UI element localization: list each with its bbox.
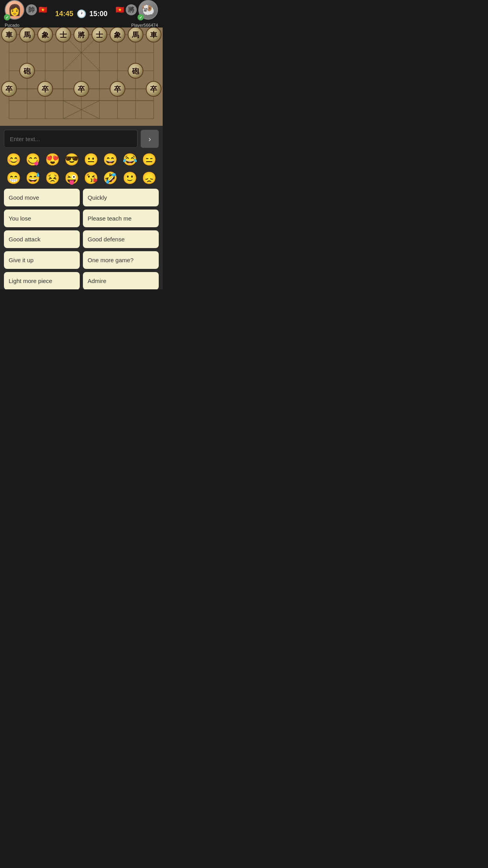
emoji-btn-4[interactable]: 😎 [64, 152, 80, 167]
timer-section: 14:45 🕐 15:00 [55, 9, 107, 18]
svg-text:將: 將 [77, 31, 85, 39]
emoji-btn-9[interactable]: 😁 [6, 170, 22, 186]
emoji-btn-11[interactable]: 😣 [44, 170, 61, 186]
phrase-good-move[interactable]: Good move [4, 189, 80, 206]
phrase-please-teach[interactable]: Please teach me [83, 210, 159, 227]
phrase-good-attack[interactable]: Good attack [4, 230, 80, 248]
emoji-btn-2[interactable]: 😋 [25, 152, 41, 167]
input-row: › [4, 130, 159, 148]
emoji-btn-13[interactable]: 😘 [83, 170, 99, 186]
chat-input[interactable] [4, 130, 138, 148]
svg-text:砲: 砲 [132, 67, 139, 75]
player-right-online-indicator: ✓ [138, 14, 144, 20]
svg-text:士: 士 [96, 31, 103, 39]
emoji-btn-12[interactable]: 😜 [64, 170, 80, 186]
game-header: 👩 ✓ 帥 🇻🇳 Pucado 14:45 🕐 15:00 🇻🇳 將 🐏 [0, 0, 163, 28]
clock-icon: 🕐 [77, 9, 86, 18]
svg-text:象: 象 [114, 31, 121, 39]
emoji-row-2: 😁 😅 😣 😜 😘 🤣 🙂 😞 [4, 170, 159, 186]
emoji-btn-3[interactable]: 😍 [44, 152, 61, 167]
svg-text:卒: 卒 [150, 85, 158, 93]
svg-text:卒: 卒 [114, 85, 121, 93]
chat-section: › 😊 😋 😍 😎 😐 😄 😂 😑 😁 😅 😣 😜 😘 🤣 🙂 😞 Good m… [0, 126, 163, 289]
emoji-btn-5[interactable]: 😐 [83, 152, 99, 167]
phrase-quickly[interactable]: Quickly [83, 189, 159, 206]
emoji-btn-10[interactable]: 😅 [25, 170, 41, 186]
timer-display: 14:45 🕐 15:00 [55, 9, 107, 18]
player-left-flag: 🇻🇳 [39, 6, 47, 14]
emoji-btn-14[interactable]: 🤣 [102, 170, 118, 186]
player-left-avatar: 👩 ✓ [5, 0, 24, 20]
phrase-you-lose[interactable]: You lose [4, 210, 80, 227]
emoji-btn-15[interactable]: 🙂 [122, 170, 138, 186]
player-left-online-indicator: ✓ [4, 14, 10, 20]
timer-right: 15:00 [90, 10, 108, 18]
emoji-btn-1[interactable]: 😊 [6, 152, 22, 167]
svg-text:馬: 馬 [23, 31, 31, 39]
phrase-one-more-game[interactable]: One more game? [83, 251, 159, 269]
svg-text:車: 車 [6, 31, 13, 39]
svg-text:卒: 卒 [42, 85, 49, 93]
svg-text:馬: 馬 [132, 31, 139, 39]
phrase-light-more-piece[interactable]: Light more piece [4, 272, 80, 289]
svg-text:車: 車 [150, 31, 158, 39]
chess-board[interactable]: 車 馬 象 士 將 士 象 馬 車 砲 砲 卒 卒 [0, 28, 163, 126]
emoji-btn-7[interactable]: 😂 [122, 152, 138, 167]
player-right-info: 🇻🇳 將 🐏 ✓ Player566474 [116, 0, 158, 28]
timer-left: 14:45 [55, 10, 73, 18]
player-left-piece-badge: 帥 [26, 4, 37, 15]
phrase-give-it-up[interactable]: Give it up [4, 251, 80, 269]
emoji-row-1: 😊 😋 😍 😎 😐 😄 😂 😑 [4, 152, 159, 167]
emoji-btn-16[interactable]: 😞 [141, 170, 157, 186]
svg-text:士: 士 [60, 31, 67, 39]
phrase-admire[interactable]: Admire [83, 272, 159, 289]
player-right-flag: 🇻🇳 [116, 6, 124, 14]
player-right-name: Player566474 [131, 23, 158, 28]
emoji-btn-6[interactable]: 😄 [102, 152, 118, 167]
send-button[interactable]: › [141, 130, 159, 148]
svg-text:卒: 卒 [6, 85, 13, 93]
svg-text:砲: 砲 [23, 67, 31, 75]
player-left-info: 👩 ✓ 帥 🇻🇳 Pucado [5, 0, 47, 28]
phrase-good-defense[interactable]: Good defense [83, 230, 159, 248]
quick-phrases-grid: Good move Quickly You lose Please teach … [4, 189, 159, 289]
player-right-piece-badge: 將 [126, 4, 137, 15]
board-svg: 車 馬 象 士 將 士 象 馬 車 砲 砲 卒 卒 [0, 28, 163, 126]
player-left-name: Pucado [5, 23, 19, 28]
emoji-btn-8[interactable]: 😑 [141, 152, 157, 167]
svg-text:卒: 卒 [78, 85, 85, 93]
player-right-avatar: 🐏 ✓ [138, 0, 158, 20]
svg-text:象: 象 [42, 31, 49, 39]
